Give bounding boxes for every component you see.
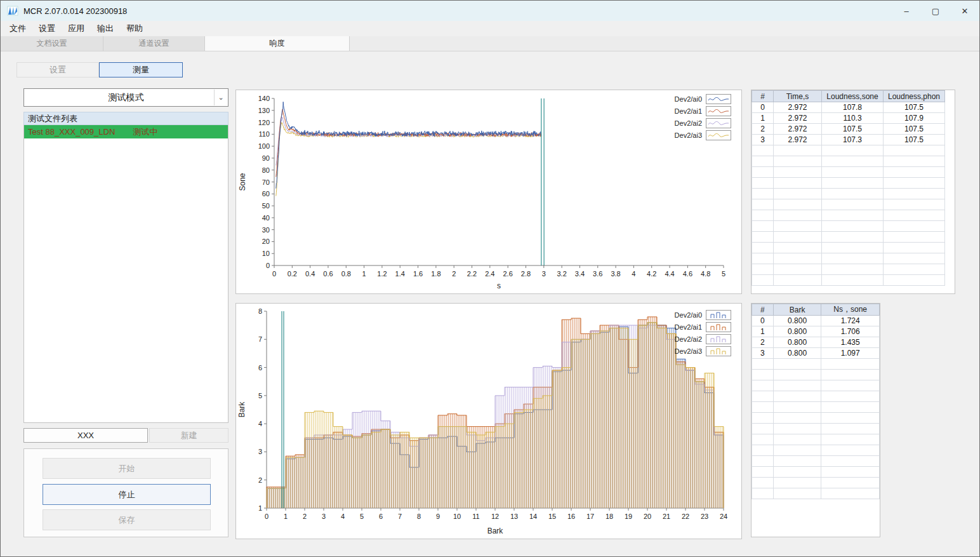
file-list-header: 测试文件列表 <box>23 112 228 125</box>
svg-text:2: 2 <box>452 270 456 278</box>
column-header: Loudness,phon <box>884 91 945 102</box>
legend-label: Dev2/ai1 <box>675 323 702 331</box>
tab-1[interactable]: 通道设置 <box>103 36 205 51</box>
svg-text:20: 20 <box>262 238 270 245</box>
table-row-empty <box>752 359 880 370</box>
svg-text:0: 0 <box>266 262 270 269</box>
svg-text:4.4: 4.4 <box>665 270 674 278</box>
table-row-empty <box>752 391 880 402</box>
table-row-empty <box>752 456 880 467</box>
svg-text:s: s <box>497 281 501 290</box>
svg-text:5: 5 <box>722 270 725 278</box>
table-row-empty <box>752 413 880 424</box>
svg-text:0: 0 <box>265 513 268 520</box>
svg-text:1: 1 <box>362 270 366 278</box>
svg-text:14: 14 <box>529 513 537 520</box>
xxx-button[interactable]: XXX <box>23 428 148 443</box>
legend-item: Dev2/ai3 <box>675 130 731 140</box>
svg-text:60: 60 <box>262 190 270 198</box>
svg-text:3: 3 <box>542 270 546 278</box>
line-sample-icon <box>706 94 731 104</box>
minimize-icon[interactable]: – <box>892 1 921 21</box>
table-row-empty <box>752 253 945 264</box>
bark-chart[interactable]: 0123456789101112131415161718192021222324… <box>236 304 741 539</box>
table-row: 12.972110.3107.9 <box>752 113 945 124</box>
svg-text:12: 12 <box>491 513 499 520</box>
loudness-chart-panel: 00.20.40.60.811.21.41.61.822.22.42.62.83… <box>235 90 742 294</box>
svg-text:90: 90 <box>262 154 270 162</box>
table-row-empty <box>752 467 880 478</box>
legend-item: Dev2/ai2 <box>675 334 731 344</box>
menu-item-1[interactable]: 设置 <box>32 22 62 36</box>
file-list: Test 88_XXX_009_LDN测试中 <box>23 125 228 423</box>
column-header: Loudness,sone <box>822 91 884 102</box>
loudness-chart[interactable]: 00.20.40.60.811.21.41.61.822.22.42.62.83… <box>236 90 741 293</box>
bar-sample-icon <box>706 346 731 356</box>
svg-text:70: 70 <box>262 178 270 186</box>
data-table: #BarkNs，sone00.8001.72410.8001.70620.800… <box>752 304 880 499</box>
legend-item: Dev2/ai1 <box>675 106 731 116</box>
table-row: 10.8001.706 <box>752 326 880 337</box>
menu-item-3[interactable]: 输出 <box>91 22 120 36</box>
table-row-empty <box>752 402 880 413</box>
svg-text:0.8: 0.8 <box>341 270 351 278</box>
svg-text:1: 1 <box>284 513 288 520</box>
new-button[interactable]: 新建 <box>149 428 228 443</box>
column-header: Ns，sone <box>821 304 880 316</box>
subtab-settings[interactable]: 设置 <box>17 62 99 77</box>
maximize-icon[interactable]: ▢ <box>921 1 950 21</box>
menu-item-4[interactable]: 帮助 <box>120 22 149 36</box>
menu-item-0[interactable]: 文件 <box>3 22 32 36</box>
svg-text:5: 5 <box>258 392 262 399</box>
svg-text:3.6: 3.6 <box>593 270 602 278</box>
file-status: 测试中 <box>133 126 157 138</box>
table-row-empty <box>752 380 880 391</box>
legend-label: Dev2/ai3 <box>675 131 702 139</box>
close-icon[interactable]: ✕ <box>950 1 979 21</box>
legend-label: Dev2/ai3 <box>675 347 702 355</box>
loudness-table-panel: #Time,sLoudness,soneLoudness,phon02.9721… <box>751 90 955 294</box>
svg-text:4: 4 <box>341 513 345 520</box>
svg-text:18: 18 <box>606 513 613 520</box>
subtab-measure[interactable]: 测量 <box>99 62 183 77</box>
svg-text:24: 24 <box>720 513 727 520</box>
column-header: Time,s <box>774 91 822 102</box>
svg-text:2: 2 <box>303 513 307 520</box>
file-list-item[interactable]: Test 88_XXX_009_LDN测试中 <box>24 125 228 138</box>
tab-2[interactable]: 响度 <box>205 36 350 51</box>
svg-text:10: 10 <box>453 513 461 520</box>
start-button[interactable]: 开始 <box>43 458 211 479</box>
svg-text:3: 3 <box>322 513 326 520</box>
legend-label: Dev2/ai0 <box>675 311 702 319</box>
table-row-empty <box>752 156 945 167</box>
svg-text:30: 30 <box>262 226 270 234</box>
legend-item: Dev2/ai3 <box>675 346 731 356</box>
svg-text:4.6: 4.6 <box>683 270 692 278</box>
table-row-empty <box>752 199 945 210</box>
svg-text:3.2: 3.2 <box>557 270 566 278</box>
svg-text:Bark: Bark <box>237 401 246 418</box>
svg-text:4: 4 <box>258 420 262 427</box>
table-row-empty <box>752 145 945 156</box>
bar-sample-icon <box>706 334 731 344</box>
tab-0[interactable]: 文档设置 <box>1 36 103 51</box>
test-mode-dropdown[interactable]: 测试模式 ⌄ <box>23 88 228 107</box>
stop-button[interactable]: 停止 <box>43 484 211 505</box>
bar-sample-icon <box>706 322 731 332</box>
table-row-empty <box>752 275 945 286</box>
control-panel: 开始 停止 保存 <box>23 448 228 537</box>
file-name: Test 88_XXX_009_LDN <box>28 127 115 137</box>
window-controls: – ▢ ✕ <box>892 1 979 21</box>
svg-text:9: 9 <box>436 513 440 520</box>
loudness-legend: Dev2/ai0Dev2/ai1Dev2/ai2Dev2/ai3 <box>675 94 731 140</box>
menu-item-2[interactable]: 应用 <box>62 22 91 36</box>
svg-text:1.2: 1.2 <box>377 270 387 278</box>
svg-text:11: 11 <box>472 513 479 520</box>
save-button[interactable]: 保存 <box>43 509 211 530</box>
svg-text:80: 80 <box>262 166 270 174</box>
column-header: # <box>752 91 774 102</box>
svg-text:2.8: 2.8 <box>521 270 531 278</box>
chevron-down-icon[interactable]: ⌄ <box>214 90 227 105</box>
title-bar: MCR 2.07.0.014 202300918 – ▢ ✕ <box>1 1 979 21</box>
svg-text:16: 16 <box>567 513 575 520</box>
